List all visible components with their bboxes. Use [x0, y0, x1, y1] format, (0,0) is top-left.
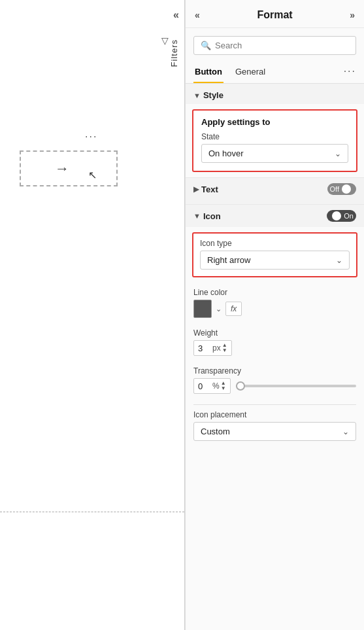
icon-chevron-icon: ▼	[193, 212, 201, 220]
filters-label: Filters	[169, 39, 179, 67]
text-chevron-icon: ▶	[193, 185, 199, 194]
text-toggle-switch[interactable]: Off	[327, 183, 356, 195]
transparency-label: Transparency	[193, 366, 356, 376]
weight-section: Weight 3 px ▲ ▼	[186, 323, 364, 361]
format-panel: « Format » 🔍 Button General ··· ▼ Style …	[185, 0, 364, 630]
transparency-value: 0	[198, 381, 210, 391]
icon-section-label: Icon	[203, 211, 221, 221]
icon-type-value: Right arrow	[207, 255, 250, 265]
tab-more-button[interactable]: ···	[344, 65, 356, 81]
transparency-input-box[interactable]: 0 % ▲ ▼	[193, 378, 231, 394]
transparency-unit: %	[212, 381, 220, 391]
icon-type-chevron-icon: ⌄	[336, 256, 342, 265]
tabs-row: Button General ···	[186, 60, 364, 84]
icon-type-label: Icon type	[200, 239, 350, 248]
search-icon: 🔍	[201, 41, 211, 50]
arrow-icon: →	[55, 160, 69, 177]
search-box[interactable]: 🔍	[193, 36, 356, 55]
search-input[interactable]	[215, 41, 349, 50]
canvas-area: « ▽ Filters ··· → ↖	[0, 0, 185, 630]
collapse-button[interactable]: «	[173, 9, 179, 21]
tab-button[interactable]: Button	[193, 63, 223, 83]
style-section-header[interactable]: ▼ Style	[186, 84, 364, 104]
canvas-more-button[interactable]: ···	[85, 131, 97, 143]
icon-placement-label: Icon placement	[193, 410, 356, 419]
icon-placement-chevron-icon: ⌄	[342, 427, 349, 436]
toggle-on-circle	[332, 211, 341, 220]
line-color-swatch[interactable]	[193, 300, 212, 318]
panel-header: « Format »	[186, 0, 364, 28]
line-color-label: Line color	[193, 288, 356, 297]
icon-section-label-group[interactable]: ▼ Icon	[193, 211, 221, 221]
text-label: Text	[201, 184, 218, 194]
toggle-circle	[342, 184, 351, 194]
icon-type-dropdown[interactable]: Right arrow ⌄	[200, 251, 350, 270]
style-chevron-icon: ▼	[193, 92, 201, 99]
weight-input-row: 3 px ▲ ▼	[193, 340, 356, 356]
icon-placement-dropdown[interactable]: Custom ⌄	[193, 422, 356, 441]
fx-button[interactable]: fx	[225, 302, 242, 316]
apply-settings-title: Apply settings to	[201, 117, 348, 127]
state-value: On hover	[208, 149, 243, 158]
transparency-slider-thumb[interactable]	[236, 381, 245, 391]
state-chevron-icon: ⌄	[335, 149, 341, 158]
transparency-stepper[interactable]: ▲ ▼	[221, 381, 226, 391]
toggle-on-label: On	[344, 212, 354, 220]
state-dropdown[interactable]: On hover ⌄	[201, 144, 348, 163]
panel-nav-back[interactable]: «	[195, 10, 200, 20]
style-section-label: Style	[203, 90, 223, 100]
line-color-row: ⌄ fx	[193, 300, 356, 318]
panel-title: Format	[257, 9, 292, 21]
weight-input-box[interactable]: 3 px ▲ ▼	[193, 340, 232, 356]
line-color-chevron-icon[interactable]: ⌄	[216, 305, 222, 313]
arrow-button-preview: → ↖	[20, 150, 118, 186]
section-divider	[193, 404, 356, 405]
icon-type-box: Icon type Right arrow ⌄	[192, 232, 357, 277]
dashed-divider	[0, 512, 184, 512]
transparency-slider-track[interactable]	[236, 385, 356, 387]
toggle-off-label: Off	[330, 185, 339, 193]
tab-general[interactable]: General	[234, 63, 267, 83]
filter-icon: ▽	[161, 35, 169, 46]
transparency-section: Transparency 0 % ▲ ▼	[186, 361, 364, 399]
cursor-icon: ↖	[88, 169, 97, 181]
line-color-section: Line color ⌄ fx	[186, 283, 364, 323]
weight-label: Weight	[193, 328, 356, 338]
weight-unit: px	[212, 343, 221, 353]
icon-section-header: ▼ Icon On	[186, 204, 364, 227]
transparency-down-button[interactable]: ▼	[221, 386, 226, 391]
text-toggle-row: ▶ Text Off	[186, 177, 364, 200]
icon-placement-section: Icon placement Custom ⌄	[186, 399, 364, 449]
weight-value: 3	[198, 343, 210, 353]
icon-toggle-switch[interactable]: On	[327, 210, 356, 222]
icon-placement-value: Custom	[201, 427, 230, 436]
panel-nav-forward[interactable]: »	[350, 10, 355, 20]
weight-down-button[interactable]: ▼	[222, 348, 227, 353]
transparency-slider-row: 0 % ▲ ▼	[193, 378, 356, 394]
text-section-label[interactable]: ▶ Text	[193, 184, 218, 194]
state-label: State	[201, 132, 348, 141]
weight-stepper[interactable]: ▲ ▼	[222, 343, 227, 353]
apply-settings-box: Apply settings to State On hover ⌄	[192, 109, 357, 172]
